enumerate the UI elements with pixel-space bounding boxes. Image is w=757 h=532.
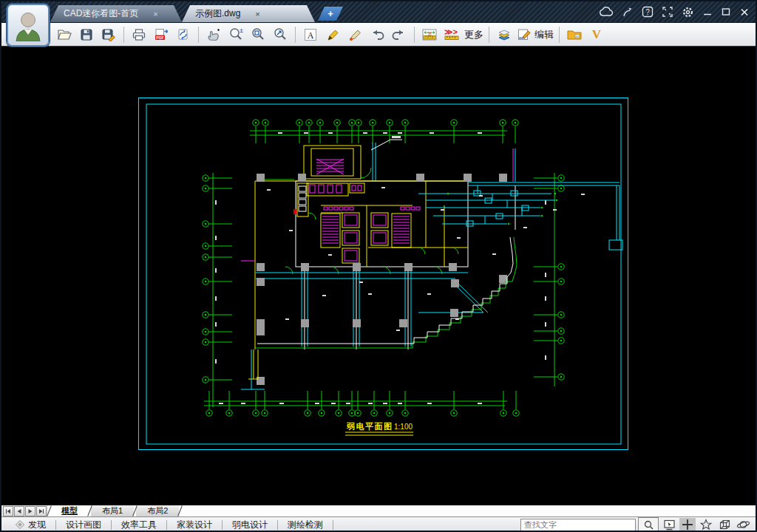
convert-format-button[interactable] [172, 25, 194, 44]
diamond-icon [16, 520, 24, 529]
crosshair-icon [682, 519, 693, 531]
app-window: CAD迷你看图-首页 × 示例图.dwg × + ? [0, 0, 757, 532]
user-avatar[interactable] [7, 4, 50, 47]
low-voltage-design-button[interactable]: 弱电设计 [223, 519, 277, 531]
discover-button[interactable]: 发现 [6, 519, 55, 531]
drawing-scale-text: 1:100 [394, 423, 413, 431]
last-sheet-button[interactable] [36, 506, 47, 516]
sheet-tab-layout1[interactable]: 布局1 [91, 505, 134, 516]
brand-v-logo[interactable]: V [585, 25, 608, 44]
edit-button[interactable]: 编辑 [515, 25, 555, 44]
export-pdf-button[interactable]: PDF [150, 25, 172, 44]
tab-document-close-icon[interactable]: × [252, 10, 262, 18]
pencil-annotate-button[interactable] [322, 25, 344, 44]
sheet-tab-layout2[interactable]: 布局2 [136, 505, 179, 516]
view-3d-button[interactable] [716, 518, 733, 531]
toolbar-separator [414, 27, 415, 43]
home-design-button[interactable]: 家装设计 [167, 519, 222, 531]
layers-button[interactable] [493, 25, 515, 44]
share-icon[interactable] [622, 6, 634, 18]
status-bar: 发现 设计画图 效率工具 家装设计 弱电设计 测绘检测 [1, 516, 756, 532]
tab-home[interactable]: CAD迷你看图-首页 × [50, 5, 182, 22]
open-file-button[interactable] [53, 25, 75, 44]
cad-drawing[interactable]: 弱电平面图 1:100 [138, 97, 630, 451]
fullscreen-icon[interactable] [662, 6, 673, 18]
text-tool-button[interactable]: A [299, 25, 322, 44]
minimize-button[interactable] [702, 7, 713, 17]
floor-plan [241, 136, 622, 389]
crosshair-mode-button[interactable] [679, 518, 696, 531]
design-draw-button[interactable]: 设计画图 [56, 519, 111, 531]
svg-text:±: ± [240, 27, 243, 34]
toolbar-separator [123, 27, 124, 43]
marker-annotate-button[interactable] [344, 25, 366, 44]
next-sheet-button[interactable] [25, 506, 35, 516]
pointer-screen-icon [663, 519, 676, 531]
orbit-icon [736, 519, 750, 531]
tab-document[interactable]: 示例图.dwg × [182, 5, 315, 22]
svg-text:A: A [308, 30, 314, 40]
toolbar-separator [559, 27, 560, 43]
new-tab-button[interactable]: + [318, 7, 343, 21]
maximize-button[interactable] [721, 7, 731, 17]
svg-text:35: 35 [427, 32, 432, 35]
drawing-canvas[interactable]: 弱电平面图 1:100 [1, 47, 756, 505]
favorite-button[interactable] [698, 518, 714, 531]
zoom-window-button[interactable] [247, 25, 269, 44]
document-tabs: CAD迷你看图-首页 × 示例图.dwg × + [50, 5, 343, 22]
svg-text:?: ? [645, 8, 650, 16]
search-button[interactable] [638, 517, 659, 532]
svg-text:≫˃: ≫˃ [444, 28, 458, 36]
search-icon [644, 520, 654, 530]
avatar-person-icon [12, 9, 44, 41]
cloud-icon[interactable] [599, 7, 614, 17]
print-button[interactable] [128, 25, 150, 44]
title-bar: CAD迷你看图-首页 × 示例图.dwg × + ? [1, 1, 756, 23]
undo-button[interactable] [366, 25, 388, 44]
tab-home-label: CAD迷你看图-首页 [64, 7, 138, 20]
efficiency-tools-button[interactable]: 效率工具 [112, 519, 166, 531]
prev-sheet-button[interactable] [14, 506, 24, 516]
pointer-mode-button[interactable] [661, 518, 677, 531]
close-button[interactable] [739, 7, 750, 17]
save-button[interactable] [75, 25, 98, 44]
toolbar-separator [489, 27, 489, 43]
drawing-title-text: 弱电平面图 [346, 422, 393, 431]
svg-text:PDF: PDF [156, 35, 163, 39]
redo-button[interactable] [388, 25, 410, 44]
zoom-in-out-button[interactable]: ± [225, 25, 247, 44]
main-toolbar: PDF ± A 35 ≫˃ 更多 编辑 V [1, 23, 756, 47]
zoom-extents-button[interactable] [269, 25, 291, 44]
drawing-title: 弱电平面图 1:100 [345, 422, 413, 435]
sheet-tab-strip: 模型 布局1 布局2 [1, 505, 756, 516]
save-as-button[interactable] [98, 25, 120, 44]
star-icon [700, 519, 712, 531]
pan-tool-button[interactable] [203, 25, 225, 44]
help-icon[interactable]: ? [642, 6, 654, 18]
status-separator [333, 520, 333, 530]
sheet-tab-model[interactable]: 模型 [50, 505, 89, 516]
settings-gear-icon[interactable] [682, 6, 694, 18]
cube-3d-icon [719, 519, 731, 531]
toolbar-separator [198, 27, 199, 43]
continuous-measure-button[interactable]: ≫˃ [441, 25, 463, 44]
image-gallery-button[interactable] [563, 25, 585, 44]
more-tools-button[interactable]: 更多 [463, 25, 485, 44]
tab-document-label: 示例图.dwg [195, 7, 240, 20]
sheet-nav-buttons [1, 505, 48, 516]
measure-button[interactable]: 35 [418, 25, 441, 44]
tab-home-close-icon[interactable]: × [150, 10, 160, 18]
find-text-input[interactable] [520, 519, 636, 531]
first-sheet-button[interactable] [3, 506, 13, 516]
orbit-view-button[interactable] [735, 518, 751, 531]
survey-detect-button[interactable]: 测绘检测 [278, 519, 333, 531]
toolbar-separator [295, 27, 296, 43]
